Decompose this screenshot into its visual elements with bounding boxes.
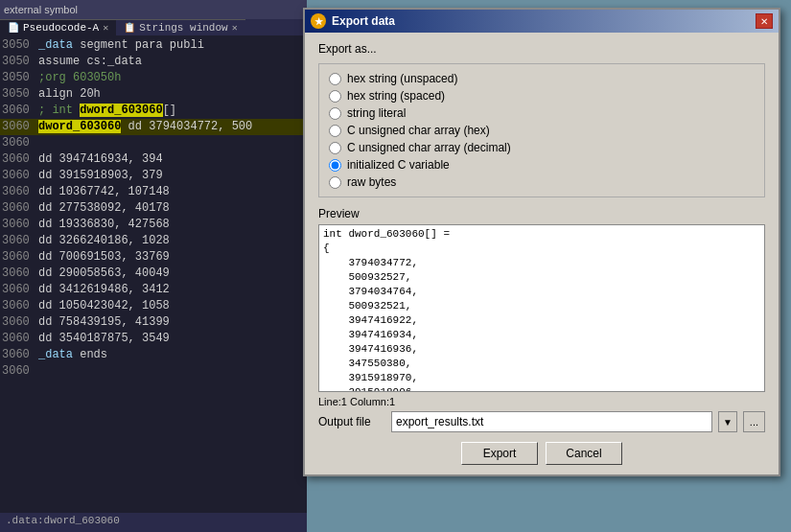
- radio-label-hex-unspaced: hex string (unspaced): [347, 72, 457, 85]
- editor-title: external symbol: [4, 4, 78, 15]
- dialog-icon: ★: [311, 13, 326, 29]
- line-col-status: Line:1 Column:1: [318, 396, 765, 407]
- code-line: 3060 dd 290058563, 40049: [0, 266, 307, 282]
- radio-label-hex-spaced: hex string (spaced): [347, 89, 445, 103]
- code-line-highlight: 3060 dword_603060 dd 3794034772, 500: [0, 119, 307, 135]
- code-line: 3060: [0, 135, 307, 151]
- radio-initialized-c[interactable]: initialized C variable: [329, 158, 755, 172]
- output-label: Output file: [318, 415, 385, 428]
- radio-label-c-unsigned-decimal: C unsigned char array (decimal): [347, 141, 511, 154]
- preview-box[interactable]: int dword_603060[] = { 3794034772, 50093…: [318, 224, 765, 392]
- code-line: 3060 dd 19336830, 427568: [0, 217, 307, 233]
- cancel-button[interactable]: Cancel: [546, 442, 622, 465]
- radio-c-unsigned-decimal[interactable]: C unsigned char array (decimal): [329, 141, 755, 154]
- code-line: 3050 ;org 603050h: [0, 70, 307, 86]
- radio-input-initialized-c[interactable]: [329, 159, 341, 172]
- radio-input-c-unsigned-hex[interactable]: [329, 125, 341, 137]
- dialog-title: Export data: [332, 14, 395, 28]
- radio-input-c-unsigned-decimal[interactable]: [329, 142, 341, 154]
- editor-tabs: 📄 Pseudocode-A ✕ 📋 Strings window ✕: [0, 19, 307, 35]
- tab-strings[interactable]: 📋 Strings window ✕: [116, 19, 244, 35]
- tab-pseudocode[interactable]: 📄 Pseudocode-A ✕: [0, 19, 116, 35]
- radio-label-c-unsigned-hex: C unsigned char array (hex): [347, 124, 490, 137]
- radio-hex-spaced[interactable]: hex string (spaced): [329, 89, 755, 103]
- radio-group: hex string (unspaced) hex string (spaced…: [318, 63, 765, 197]
- code-line: 3060 dd 3540187875, 3549: [0, 331, 307, 347]
- button-row: Export Cancel: [318, 442, 765, 465]
- code-line: 3060 dd 3947416934, 394: [0, 151, 307, 168]
- editor-status: .data:dword_603060: [0, 513, 307, 532]
- radio-string-literal[interactable]: string literal: [329, 106, 755, 120]
- code-line: 3060 dd 3412619486, 3412: [0, 282, 307, 298]
- editor-titlebar: external symbol: [0, 0, 307, 19]
- code-line: 3050 assume cs:_data: [0, 54, 307, 70]
- preview-label: Preview: [318, 207, 765, 220]
- radio-label-string-literal: string literal: [347, 106, 406, 120]
- code-line: 3060 dd 700691503, 33769: [0, 249, 307, 266]
- radio-label-initialized-c: initialized C variable: [347, 158, 450, 172]
- output-dropdown-button[interactable]: ▼: [718, 411, 737, 432]
- code-line: 3060: [0, 363, 307, 380]
- code-line: 3060 ; int dword_603060[]: [0, 103, 307, 119]
- browse-button[interactable]: ...: [743, 411, 765, 432]
- export-as-label: Export as...: [318, 42, 765, 56]
- radio-input-hex-unspaced[interactable]: [329, 73, 341, 85]
- code-line: 3060 dd 277538092, 40178: [0, 200, 307, 217]
- radio-input-raw-bytes[interactable]: [329, 176, 341, 189]
- code-line: 3050 _data segment para publi: [0, 37, 307, 54]
- radio-hex-unspaced[interactable]: hex string (unspaced): [329, 72, 755, 85]
- code-content: 3050 _data segment para publi 3050 assum…: [0, 35, 307, 382]
- code-line: 3060 dd 1050423042, 1058: [0, 298, 307, 314]
- dialog-titlebar: ★ Export data ✕: [305, 10, 779, 33]
- close-button[interactable]: ✕: [756, 13, 773, 29]
- code-line: 3060 dd 10367742, 107148: [0, 184, 307, 200]
- export-dialog: ★ Export data ✕ Export as... hex string …: [303, 8, 780, 476]
- code-line: 3050 align 20h: [0, 86, 307, 103]
- code-line: 3060 _data ends: [0, 347, 307, 363]
- code-line: 3060 dd 3915918903, 379: [0, 168, 307, 184]
- radio-label-raw-bytes: raw bytes: [347, 175, 396, 189]
- dialog-body: Export as... hex string (unspaced) hex s…: [305, 33, 779, 474]
- radio-input-hex-spaced[interactable]: [329, 90, 341, 103]
- code-line: 3060 dd 758439195, 41399: [0, 314, 307, 331]
- preview-content: int dword_603060[] = { 3794034772, 50093…: [323, 227, 760, 392]
- output-file-input[interactable]: [391, 411, 712, 432]
- code-editor: external symbol 📄 Pseudocode-A ✕ 📋 Strin…: [0, 0, 307, 532]
- code-line: 3060 dd 3266240186, 1028: [0, 233, 307, 249]
- radio-raw-bytes[interactable]: raw bytes: [329, 175, 755, 189]
- output-row: Output file ▼ ...: [318, 411, 765, 432]
- radio-input-string-literal[interactable]: [329, 107, 341, 120]
- export-button[interactable]: Export: [461, 442, 538, 465]
- dialog-title-area: ★ Export data: [311, 13, 395, 29]
- radio-c-unsigned-hex[interactable]: C unsigned char array (hex): [329, 124, 755, 137]
